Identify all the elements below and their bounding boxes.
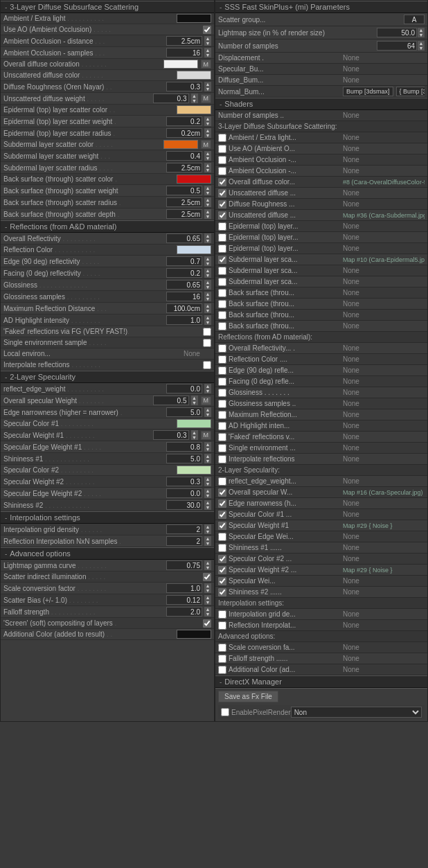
input-lightmap-gamma[interactable] [166, 560, 202, 570]
shader-check-ambient-extra[interactable] [218, 134, 226, 142]
input-num-samples[interactable] [377, 41, 417, 51]
shader-check-ao-samples[interactable] [218, 167, 226, 175]
spinner-up-overall-spec-weight[interactable]: ▲ [191, 396, 198, 400]
shader-check-epidermal-layer-3[interactable] [218, 245, 226, 253]
shader-check-overall-diffuse-color[interactable] [218, 178, 226, 186]
shader-check-shininess-2[interactable] [218, 588, 226, 596]
spinner-down-back-weight[interactable]: ▼ [204, 191, 211, 195]
shader-check-back-throu-2[interactable] [218, 300, 226, 308]
input-shininess-2[interactable] [166, 500, 202, 510]
shader-check-faked-reflections[interactable] [218, 433, 226, 441]
spinner-down-spec-edge-weight-2[interactable]: ▼ [204, 493, 211, 498]
spinner-up-shininess-1[interactable]: ▲ [204, 454, 211, 459]
spinner-down-back-depth[interactable]: ▼ [204, 214, 211, 219]
spinner-up-scatter-bias[interactable]: ▲ [204, 595, 211, 600]
spinner-up-edge-reflectivity[interactable]: ▲ [204, 256, 211, 261]
spinner-down-overall-reflectivity[interactable]: ▼ [204, 238, 211, 243]
shader-check-reflect-edge-w[interactable] [218, 477, 226, 486]
spinner-up-diffuse-roughness[interactable]: ▲ [204, 82, 211, 87]
input-epidermal-weight[interactable] [166, 116, 202, 126]
spinner-down-interp-nxn[interactable]: ▼ [204, 541, 211, 546]
shader-check-subdermal-sca-3[interactable] [218, 278, 226, 286]
m-btn-subdermal-color[interactable]: M [201, 140, 212, 149]
spinner-down-scatter-bias[interactable]: ▼ [204, 600, 211, 605]
input-ao-distance[interactable] [166, 36, 202, 46]
spinner-up-falloff-strength[interactable]: ▲ [204, 607, 211, 612]
shader-check-spec-weight-2[interactable] [218, 566, 226, 574]
spinner-up-ad-highlight[interactable]: ▲ [204, 315, 211, 320]
spinner-up-ao-samples[interactable]: ▲ [204, 48, 211, 53]
input-spec-weight-1[interactable] [153, 430, 189, 440]
shader-check-back-throu-3[interactable] [218, 311, 226, 319]
m-btn-overall-spec-weight[interactable]: M [201, 396, 212, 405]
spinner-down-scale-conversion[interactable]: ▼ [204, 588, 211, 593]
shader-check-scale-conv[interactable] [218, 644, 226, 652]
spinner-up-back-weight[interactable]: ▲ [204, 186, 211, 191]
color-epidermal[interactable] [177, 105, 211, 114]
check-interpolate-reflections[interactable] [203, 361, 211, 369]
input-scale-conversion[interactable] [166, 583, 202, 593]
spinner-up-ao-distance[interactable]: ▲ [204, 36, 211, 41]
spinner-down-epidermal-weight[interactable]: ▼ [204, 121, 211, 126]
input-back-weight[interactable] [166, 186, 202, 195]
input-reflect-edge-weight[interactable] [166, 384, 202, 393]
input-edge-reflectivity[interactable] [166, 256, 202, 266]
spinner-up-glossiness[interactable]: ▲ [204, 280, 211, 285]
shader-check-max-reflection[interactable] [218, 411, 226, 419]
input-unscattered-weight[interactable] [153, 94, 189, 103]
spinner-down-subdermal-radius[interactable]: ▼ [204, 168, 211, 172]
check-use-ao[interactable] [203, 26, 211, 34]
input-max-reflect-dist[interactable] [166, 303, 202, 313]
spinner-down-ao-distance[interactable]: ▼ [204, 41, 211, 46]
shader-check-use-ao[interactable] [218, 145, 226, 153]
spinner-up-overall-reflectivity[interactable]: ▲ [204, 233, 211, 238]
shader-check-subdermal-sca-2[interactable] [218, 267, 226, 275]
spinner-down-gloss-samples[interactable]: ▼ [204, 296, 211, 301]
shader-check-overall-spec-w[interactable] [218, 488, 226, 497]
color-unscattered[interactable] [177, 71, 211, 80]
spinner-up-epidermal-weight[interactable]: ▲ [204, 116, 211, 121]
shader-check-refl-interpolat[interactable] [218, 621, 226, 630]
shader-check-edge-90-refle[interactable] [218, 366, 226, 375]
spinner-up-lightmap-gamma[interactable]: ▲ [204, 560, 211, 565]
shader-check-reflection-color[interactable] [218, 355, 226, 364]
input-overall-spec-weight[interactable] [153, 396, 189, 405]
shader-check-diffuse-roughness[interactable] [218, 200, 226, 209]
collapse-specularity[interactable]: - [5, 373, 7, 381]
color-additional[interactable] [177, 630, 211, 639]
m-btn-spec-weight-1[interactable]: M [201, 431, 212, 440]
shader-check-ad-highlight[interactable] [218, 422, 226, 430]
input-shininess-1[interactable] [166, 454, 202, 463]
input-lightmap-size[interactable] [377, 28, 417, 37]
spinner-up-spec-edge-weight-1[interactable]: ▲ [204, 442, 211, 447]
spinner-down-spec-weight-2[interactable]: ▼ [204, 481, 211, 486]
input-gloss-samples[interactable] [166, 292, 202, 301]
input-diffuse-roughness[interactable] [166, 82, 202, 91]
shader-check-unscattered-diffuse-2[interactable] [218, 211, 226, 220]
color-spec-2[interactable] [177, 466, 211, 475]
input-scatter-group[interactable] [404, 15, 425, 24]
shader-check-epidermal-layer-1[interactable] [218, 222, 226, 231]
shader-check-edge-narrow[interactable] [218, 499, 226, 508]
input-subdermal-weight[interactable] [166, 151, 202, 161]
spinner-down-edge-narrowness[interactable]: ▼ [204, 412, 211, 417]
directx-dropdown[interactable]: Non [291, 707, 422, 718]
shader-check-shininess-1[interactable] [218, 544, 226, 552]
spinner-up-back-radius[interactable]: ▲ [204, 197, 211, 202]
shader-check-interpolate-refle[interactable] [218, 455, 226, 463]
shader-check-additional-color[interactable] [218, 666, 226, 674]
shader-check-overall-reflectivity[interactable] [218, 344, 226, 353]
spinner-up-max-reflect-dist[interactable]: ▲ [204, 303, 211, 308]
color-subdermal[interactable] [163, 140, 198, 149]
spinner-down-lightmap-gamma[interactable]: ▼ [204, 565, 211, 570]
spinner-down-num-samples[interactable]: ▼ [418, 46, 425, 51]
check-scatter-indirect[interactable] [203, 573, 211, 581]
spinner-up-interp-nxn[interactable]: ▲ [204, 536, 211, 541]
input-back-depth[interactable] [166, 209, 202, 219]
m-btn-unscattered-weight[interactable]: M [201, 94, 212, 103]
enable-pixel-render-check[interactable] [221, 708, 229, 716]
spinner-up-back-depth[interactable]: ▲ [204, 209, 211, 214]
collapse-diffuse[interactable]: - [5, 3, 7, 11]
shader-check-subdermal-sca-1[interactable] [218, 256, 226, 264]
shader-check-spec-edge-wei-1[interactable] [218, 533, 226, 541]
